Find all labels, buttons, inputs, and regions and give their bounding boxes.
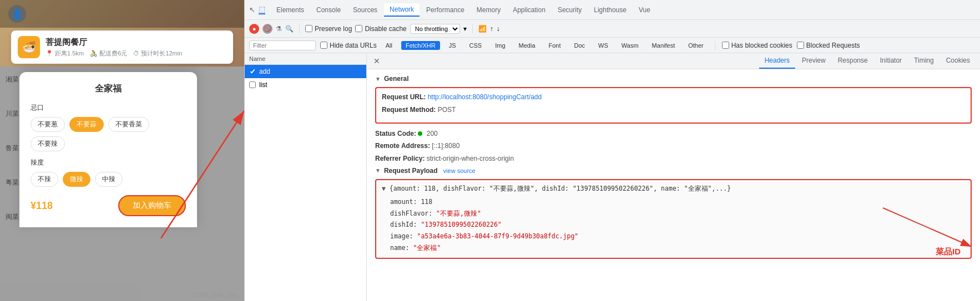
status-label: Status Code:: [375, 130, 416, 137]
tab-console[interactable]: Console: [311, 4, 346, 16]
request-add-checkbox[interactable]: [249, 68, 256, 75]
detail-tab-initiator[interactable]: Initiator: [875, 53, 907, 69]
dish-price: ¥118: [31, 200, 53, 212]
clear-button[interactable]: 🚫: [262, 24, 272, 34]
annotation-text: 菜品ID: [936, 247, 961, 257]
record-button[interactable]: ●: [249, 24, 259, 34]
filter-css[interactable]: CSS: [465, 41, 487, 50]
filter-font[interactable]: Font: [544, 41, 565, 50]
request-add-name: add: [259, 68, 270, 75]
detail-tab-headers[interactable]: Headers: [759, 53, 795, 69]
view-source-link[interactable]: view source: [443, 167, 476, 174]
price-row: ¥118 加入购物车: [31, 195, 186, 216]
payload-dishflavor: dishFlavor: "不要蒜,微辣": [390, 208, 965, 220]
throttle-select[interactable]: No throttling: [410, 24, 460, 34]
tag-no-coriander[interactable]: 不要香菜: [108, 117, 149, 132]
app-panel: 👤 🍜 菩提阁餐厅 📍 距离1.5km 🚴 配送费6元 ⏱ 预计时长12min …: [0, 0, 244, 301]
spice-label: 辣度: [31, 158, 186, 167]
method-row: Request Method: POST: [382, 105, 965, 115]
requests-header: Name: [245, 53, 366, 65]
preserve-log-checkbox[interactable]: [305, 25, 312, 32]
payload-dishid: dishId: "1397851099502260226": [390, 219, 965, 231]
hide-data-urls-label[interactable]: Hide data URLs: [320, 42, 377, 49]
referrer-label: Referrer Policy:: [375, 155, 425, 162]
payload-box: ▼ {amount: 118, dishFlavor: "不要蒜,微辣", di…: [375, 179, 972, 259]
payload-title: Request Payload: [375, 167, 438, 175]
toolbar-separator-1: [299, 24, 300, 33]
devtools-top-tabs: ↖ ⬚ Elements Console Sources Network Per…: [245, 0, 980, 20]
add-to-cart-button[interactable]: 加入购物车: [118, 195, 186, 216]
inspect-icon[interactable]: ↖: [249, 6, 255, 14]
tag-mild[interactable]: 微辣: [63, 172, 90, 187]
detail-tab-cookies[interactable]: Cookies: [941, 53, 976, 69]
filter-wasm[interactable]: Wasm: [617, 41, 643, 50]
tag-no-spicy[interactable]: 不要辣: [31, 136, 65, 151]
filter-manifest[interactable]: Manifest: [648, 41, 680, 50]
request-url-label: Request URL:: [382, 93, 426, 101]
tab-application[interactable]: Application: [507, 4, 551, 16]
option-tags: 不要葱 不要蒜 不要香菜 不要辣: [31, 117, 186, 151]
restaurant-name: 菩提阁餐厅: [46, 37, 186, 48]
status-dot: [418, 131, 422, 136]
tag-no-garlic[interactable]: 不要蒜: [69, 117, 104, 132]
remote-value: [::1]:8080: [432, 142, 459, 150]
filter-ws[interactable]: WS: [594, 41, 613, 50]
tag-no-onion[interactable]: 不要葱: [31, 117, 65, 132]
wifi-icon[interactable]: 📶: [478, 25, 487, 33]
tab-sources[interactable]: Sources: [347, 4, 383, 16]
details-panel: ✕ Headers Preview Response Initiator Tim…: [367, 53, 980, 301]
filter-js[interactable]: JS: [444, 41, 461, 50]
general-box: Request URL: http://localhost:8080/shopp…: [375, 87, 972, 124]
detail-tab-preview[interactable]: Preview: [796, 53, 831, 69]
request-list[interactable]: list: [245, 78, 366, 91]
distance: 📍 距离1.5km: [46, 50, 84, 57]
tab-memory[interactable]: Memory: [471, 4, 506, 16]
tab-security[interactable]: Security: [552, 4, 587, 16]
spice-section: 辣度 不辣 微辣 中辣: [31, 158, 186, 187]
hide-data-urls-checkbox[interactable]: [320, 42, 327, 49]
detail-tab-response[interactable]: Response: [832, 53, 873, 69]
disable-cache-checkbox[interactable]: [355, 25, 362, 32]
device-icon[interactable]: ⬚: [259, 5, 265, 14]
blocked-cookies-checkbox[interactable]: [722, 42, 729, 49]
request-list-checkbox[interactable]: [249, 81, 256, 88]
tab-elements[interactable]: Elements: [271, 4, 310, 16]
filter-other[interactable]: Other: [684, 41, 708, 50]
blocked-requests-checkbox[interactable]: [797, 42, 804, 49]
disable-cache-label[interactable]: Disable cache: [355, 25, 406, 33]
payload-detail: amount: 118 dishFlavor: "不要蒜,微辣" dishId:…: [390, 196, 965, 253]
tab-lighthouse[interactable]: Lighthouse: [588, 4, 632, 16]
search-icon[interactable]: 🔍: [285, 25, 294, 33]
request-url-row: Request URL: http://localhost:8080/shopp…: [382, 93, 965, 102]
avatar[interactable]: 👤: [8, 5, 26, 23]
blocked-cookies-label[interactable]: Has blocked cookies: [722, 42, 792, 49]
filter-input[interactable]: [249, 40, 316, 50]
hide-data-urls-text: Hide data URLs: [330, 42, 377, 49]
payload-summary: ▼ {amount: 118, dishFlavor: "不要蒜,微辣", di…: [382, 185, 965, 193]
detail-tab-timing[interactable]: Timing: [908, 53, 939, 69]
tab-network[interactable]: Network: [384, 3, 420, 17]
filter-fetch-xhr[interactable]: Fetch/XHR: [401, 41, 440, 50]
preserve-log-label[interactable]: Preserve log: [305, 25, 352, 33]
tab-vue[interactable]: Vue: [633, 4, 656, 16]
filter-img[interactable]: Img: [491, 41, 509, 50]
restaurant-card[interactable]: 🍜 菩提阁餐厅 📍 距离1.5km 🚴 配送费6元 ⏱ 预计时长12min: [11, 30, 233, 64]
close-details-button[interactable]: ✕: [371, 54, 382, 68]
blocked-requests-label[interactable]: Blocked Requests: [797, 42, 860, 49]
tag-no-spice[interactable]: 不辣: [31, 172, 58, 187]
filter-doc[interactable]: Doc: [570, 41, 590, 50]
status-row: Status Code: 200: [375, 129, 972, 139]
payload-summary-text: {amount: 118, dishFlavor: "不要蒜,微辣", dish…: [390, 185, 731, 192]
filter-media[interactable]: Media: [514, 41, 540, 50]
restaurant-meta: 📍 距离1.5km 🚴 配送费6元 ⏱ 预计时长12min: [46, 49, 186, 58]
details-content: General Request URL: http://localhost:80…: [367, 69, 980, 301]
filter-icon[interactable]: ⚗: [276, 25, 282, 33]
filter-row: Hide data URLs All Fetch/XHR JS CSS Img …: [245, 38, 980, 53]
download-icon[interactable]: ↓: [497, 25, 500, 33]
tag-medium[interactable]: 中辣: [95, 172, 123, 187]
filter-all[interactable]: All: [381, 41, 397, 50]
payload-section-header: Request Payload view source: [375, 167, 972, 175]
request-add[interactable]: add: [245, 65, 366, 78]
upload-icon[interactable]: ↑: [490, 25, 493, 33]
tab-performance[interactable]: Performance: [421, 4, 470, 16]
